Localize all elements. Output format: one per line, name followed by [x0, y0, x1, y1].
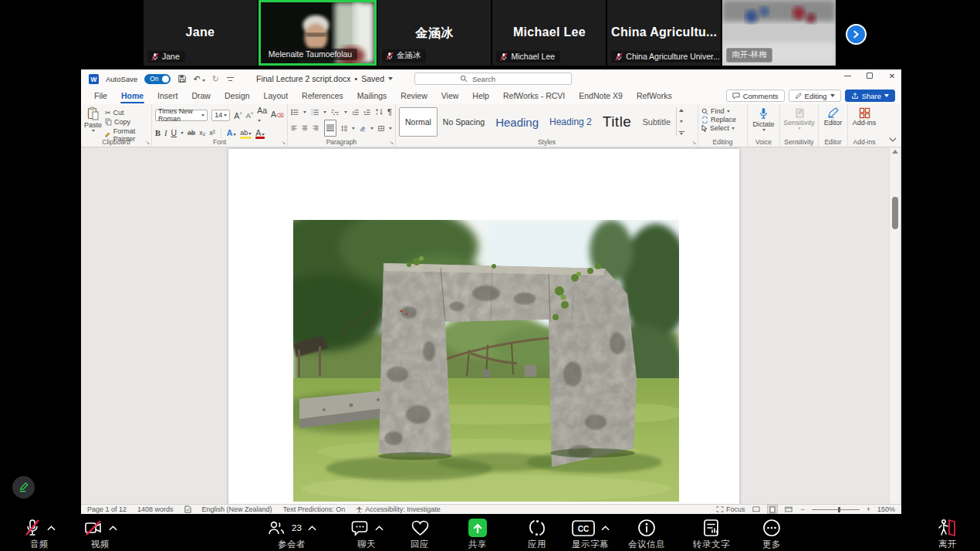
comments-button[interactable]: Comments — [726, 90, 785, 102]
multilevel-list-icon[interactable] — [331, 108, 339, 117]
redo-icon[interactable]: ↻ — [212, 74, 219, 84]
chevron-up-icon[interactable] — [375, 526, 384, 531]
editing-mode-button[interactable]: Editing — [789, 90, 841, 102]
borders-icon[interactable] — [378, 124, 384, 133]
style-no-spacing[interactable]: No Spacing — [438, 107, 490, 137]
autosave-toggle[interactable]: On — [144, 74, 170, 84]
document-photo-trilithon[interactable] — [293, 220, 679, 502]
minimize-button[interactable] — [843, 71, 852, 80]
shading-icon[interactable] — [360, 124, 366, 133]
sort-icon[interactable]: AZ — [376, 107, 383, 117]
copy-button[interactable]: Copy — [105, 118, 148, 126]
document-page[interactable] — [228, 149, 739, 504]
zoom-slider[interactable] — [812, 509, 860, 510]
styles-dialog-launcher[interactable]: ↘ — [691, 140, 696, 146]
tab-home[interactable]: Home — [114, 89, 150, 104]
style-heading[interactable]: Heading — [490, 107, 544, 137]
word-count[interactable]: 1408 words — [137, 505, 174, 513]
page-indicator[interactable]: Page 1 of 12 — [87, 505, 127, 513]
video-tile-china-agri[interactable]: China Agricultu... China Agriculture Uni… — [607, 0, 721, 66]
bold-button[interactable]: B — [155, 129, 161, 137]
tab-file[interactable]: File — [87, 89, 114, 104]
style-subtitle[interactable]: Subtitle — [637, 107, 676, 137]
superscript-button[interactable]: x² — [209, 129, 215, 137]
tab-mailings[interactable]: Mailings — [350, 89, 394, 104]
video-tile-nankai[interactable]: 南开-林梅 — [722, 0, 836, 66]
accessibility-status[interactable]: Accessibility: Investigate — [356, 505, 441, 513]
line-spacing-icon[interactable] — [341, 124, 347, 133]
replace-button[interactable]: Replace — [701, 116, 744, 123]
text-effects-button[interactable]: A — [227, 129, 237, 137]
save-icon[interactable] — [177, 74, 187, 83]
style-title[interactable]: Title — [597, 107, 637, 137]
next-videos-button[interactable] — [846, 24, 867, 45]
chevron-up-icon[interactable] — [47, 526, 56, 531]
tab-refworks-rcvi[interactable]: RefWorks - RCVI — [496, 89, 572, 104]
close-button[interactable]: ✕ — [887, 71, 897, 80]
quick-access-customize-icon[interactable] — [226, 76, 235, 83]
justify-button[interactable] — [324, 120, 336, 137]
highlight-button[interactable]: ab — [240, 129, 252, 137]
undo-icon[interactable]: ↶ — [194, 74, 205, 84]
print-layout-button[interactable] — [768, 505, 777, 513]
meeting-info-button[interactable]: 会议信息 — [612, 518, 681, 550]
tab-review[interactable]: Review — [394, 89, 434, 104]
document-canvas[interactable] — [81, 147, 901, 504]
tab-references[interactable]: References — [295, 89, 350, 104]
tab-view[interactable]: View — [434, 89, 466, 104]
chevron-up-icon[interactable] — [109, 526, 117, 531]
collapse-ribbon-icon[interactable] — [889, 131, 897, 145]
strikethrough-button[interactable]: ab — [188, 129, 195, 137]
font-color-button[interactable]: A — [255, 129, 265, 137]
underline-button[interactable]: U — [171, 129, 177, 137]
cut-button[interactable]: ✂ Cut — [105, 109, 148, 117]
tab-layout[interactable]: Layout — [257, 89, 296, 104]
vertical-scrollbar[interactable] — [889, 147, 900, 504]
paragraph-dialog-launcher[interactable]: ↘ — [389, 140, 394, 146]
select-button[interactable]: Select — [701, 124, 744, 132]
addins-button[interactable]: Add-ins — [851, 106, 877, 127]
video-button[interactable]: 视频 — [66, 518, 135, 550]
increase-indent-icon[interactable] — [363, 108, 370, 117]
zoom-level[interactable]: 150% — [877, 505, 895, 513]
decrease-indent-icon[interactable] — [352, 108, 359, 117]
sensitivity-button[interactable]: Sensitivity — [783, 106, 815, 130]
clipboard-dialog-launcher[interactable]: ↘ — [145, 140, 150, 146]
subscript-button[interactable]: x₂ — [199, 129, 205, 137]
more-button[interactable]: 更多 — [737, 518, 806, 550]
zoom-out-button[interactable]: − — [800, 505, 804, 513]
tab-design[interactable]: Design — [218, 89, 257, 104]
font-dialog-launcher[interactable]: ↘ — [281, 140, 286, 146]
tab-draw[interactable]: Draw — [184, 89, 218, 104]
font-size-select[interactable]: 14 — [211, 110, 230, 121]
participants-button[interactable]: 23 参会者 — [257, 518, 326, 550]
focus-mode-button[interactable]: Focus — [716, 505, 745, 513]
shrink-font-button[interactable]: A˅ — [246, 110, 254, 120]
chevron-up-icon[interactable] — [601, 526, 610, 531]
language-indicator[interactable]: English (New Zealand) — [202, 505, 272, 513]
bullets-icon[interactable] — [291, 108, 299, 117]
audio-button[interactable]: 音频 — [5, 518, 74, 550]
annotation-pencil-button[interactable] — [12, 476, 35, 499]
font-name-select[interactable]: Times New Roman — [155, 110, 208, 121]
dictate-button[interactable]: Dictate — [751, 106, 776, 131]
read-mode-button[interactable] — [752, 505, 761, 513]
tab-endnote[interactable]: EndNote X9 — [572, 89, 630, 104]
video-tile-jane[interactable]: Jane Jane — [144, 0, 257, 66]
tab-refworks[interactable]: RefWorks — [630, 89, 679, 104]
change-case-button[interactable]: Aa — [257, 106, 267, 123]
numbering-icon[interactable] — [311, 108, 319, 117]
proofing-icon[interactable] — [184, 505, 191, 513]
pilcrow-icon[interactable]: ¶ — [387, 107, 392, 117]
editor-button[interactable]: Editor — [822, 106, 844, 127]
search-input[interactable]: Search — [414, 73, 572, 85]
zoom-in-button[interactable]: + — [867, 505, 870, 513]
document-title[interactable]: Final Lecture 2 script.docx • Saved — [256, 74, 393, 83]
underline-caret[interactable] — [181, 132, 184, 134]
grow-font-button[interactable]: A˄ — [234, 110, 242, 120]
styles-gallery-scroll[interactable] — [676, 107, 686, 137]
find-button[interactable]: Find — [701, 107, 744, 115]
video-tile-michael[interactable]: Michael Lee Michael Lee — [492, 0, 606, 66]
clear-formatting-button[interactable]: A⌫ — [271, 110, 284, 120]
align-right-icon[interactable] — [313, 124, 319, 132]
